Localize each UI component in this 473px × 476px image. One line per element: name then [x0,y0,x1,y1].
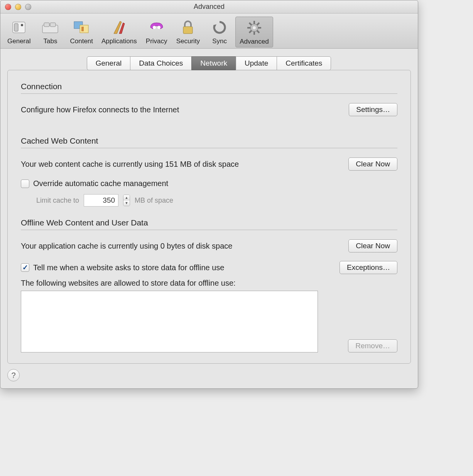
svg-line-21 [257,30,259,33]
svg-line-23 [249,30,252,33]
toolbar-label: Applications [101,37,137,45]
svg-rect-7 [80,25,88,33]
toolbar-privacy[interactable]: Privacy [142,17,172,47]
offline-usage-text: Your application cache is currently usin… [21,242,232,251]
toolbar-label: General [7,37,30,45]
cache-heading: Cached Web Content [21,136,397,146]
toolbar-advanced[interactable]: Advanced [235,17,273,47]
offline-remove-button[interactable]: Remove… [348,339,397,352]
toolbar-label: Content [70,37,93,45]
cache-usage-text: Your web content cache is currently usin… [21,160,239,169]
offline-list-label: The following websites are allowed to st… [21,279,397,288]
divider [21,230,397,230]
svg-rect-4 [44,23,49,27]
svg-rect-1 [14,24,18,31]
divider [21,93,397,94]
stepper-down-icon[interactable]: ▼ [123,200,130,206]
svg-rect-5 [50,23,56,27]
offline-exceptions-button[interactable]: Exceptions… [340,261,397,274]
toolbar-label: Advanced [240,38,269,46]
switch-icon [10,18,28,37]
cache-limit-row: Limit cache to ▲ ▼ MB of space [36,194,397,207]
svg-rect-13 [183,27,193,34]
gear-icon [245,19,264,37]
help-button[interactable]: ? [7,369,20,381]
svg-point-2 [21,24,23,26]
cache-limit-stepper[interactable]: ▲ ▼ [123,195,130,206]
connection-heading: Connection [21,82,397,91]
offline-heading: Offline Web Content and User Data [21,218,397,227]
advanced-subtabs: General Data Choices Network Update Cert… [7,56,411,70]
toolbar-security[interactable]: Security [172,17,204,47]
toolbar-applications[interactable]: Applications [98,17,141,47]
svg-point-11 [153,26,156,29]
svg-point-24 [253,26,256,29]
privacy-icon [147,18,166,37]
window-title: Advanced [0,3,418,11]
limit-prefix-label: Limit cache to [36,196,79,205]
offline-sites-listbox[interactable] [21,291,318,352]
offline-clear-button[interactable]: Clear Now [348,239,397,252]
tab-general[interactable]: General [87,56,131,70]
toolbar-general[interactable]: General [3,17,34,47]
tab-update[interactable]: Update [236,56,277,70]
preferences-toolbar: General Tabs Content Applications Privac… [0,14,418,49]
preferences-window: Advanced General Tabs Content Applicatio… [0,0,418,389]
svg-line-22 [257,23,259,25]
toolbar-sync[interactable]: Sync [204,17,235,47]
svg-rect-8 [81,27,84,31]
divider [21,148,397,148]
content-area: General Data Choices Network Update Cert… [0,49,418,388]
security-icon [179,18,197,37]
toolbar-label: Security [176,37,200,45]
toolbar-content[interactable]: Content [66,17,97,47]
applications-icon [110,18,128,37]
tabs-icon [41,18,59,37]
svg-line-20 [249,23,252,25]
content-icon [72,18,91,37]
connection-description: Configure how Firefox connects to the In… [21,105,179,114]
toolbar-label: Privacy [146,37,167,45]
limit-suffix-label: MB of space [135,196,173,205]
toolbar-label: Tabs [44,37,57,45]
sync-icon [210,18,229,37]
offline-notify-label: Tell me when a website asks to store dat… [33,263,224,272]
toolbar-label: Sync [212,37,227,45]
cache-clear-button[interactable]: Clear Now [348,158,397,171]
tab-network[interactable]: Network [191,56,236,70]
tab-certificates[interactable]: Certificates [277,56,331,70]
titlebar: Advanced [0,0,418,14]
stepper-up-icon[interactable]: ▲ [123,195,130,200]
toolbar-tabs[interactable]: Tabs [35,17,65,47]
cache-limit-input[interactable] [84,194,118,207]
override-cache-checkbox[interactable] [21,180,29,188]
svg-point-12 [157,26,160,29]
connection-settings-button[interactable]: Settings… [349,103,397,116]
network-panel: Connection Configure how Firefox connect… [7,70,411,364]
offline-notify-checkbox[interactable] [21,263,29,272]
tab-data-choices[interactable]: Data Choices [130,56,192,70]
override-cache-label: Override automatic cache management [33,179,168,188]
